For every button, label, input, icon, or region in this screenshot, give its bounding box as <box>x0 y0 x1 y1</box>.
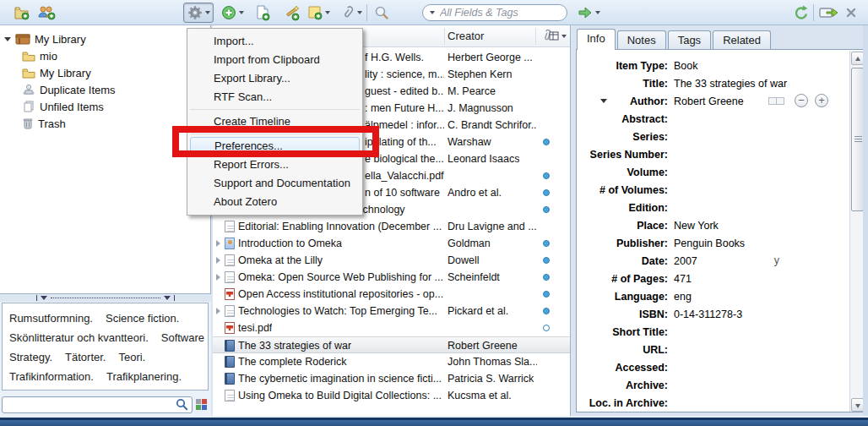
new-collection-folder-plus-icon <box>14 5 30 20</box>
menu-item-import[interactable]: Import... <box>188 32 361 51</box>
fullscreen-toggle-button[interactable] <box>819 3 839 23</box>
attachment-dot-icon <box>543 291 550 298</box>
attachment-open-dot-icon <box>543 325 550 331</box>
tag-selector-options-icon[interactable] <box>196 399 207 410</box>
menu-item-report-errors[interactable]: Report Errors... <box>188 156 361 174</box>
search-input[interactable] <box>440 7 541 19</box>
item-row[interactable]: The cybernetic imagination in science fi… <box>213 370 570 387</box>
tag[interactable]: Trafikplanering. <box>106 367 182 386</box>
tag[interactable]: Teori. <box>118 347 145 367</box>
expander-icon[interactable] <box>216 240 220 247</box>
tag[interactable]: Science fiction. <box>106 309 179 328</box>
tag[interactable]: Trafikstyrning. <box>107 386 176 390</box>
locate-button[interactable] <box>578 3 600 23</box>
attachment-dot-icon <box>543 189 550 196</box>
item-row[interactable]: Open Access institutional repositories -… <box>213 286 570 303</box>
tab-info[interactable]: Info <box>577 29 616 50</box>
scroll-up-button[interactable] <box>851 52 864 65</box>
new-collection-button[interactable] <box>14 3 30 23</box>
add-author-button[interactable] <box>815 94 828 107</box>
item-row[interactable]: Technologies to Watch: Top Emerging Te..… <box>213 303 570 320</box>
add-attachment-button[interactable] <box>339 3 362 23</box>
tab-related[interactable]: Related <box>713 30 771 50</box>
expander-icon[interactable] <box>216 308 220 314</box>
item-creator: Pickard et al. <box>448 305 508 317</box>
item-row[interactable]: tesi.pdf <box>213 320 570 336</box>
collapse-arrow-icon[interactable] <box>41 296 47 300</box>
item-title: f H.G. Wells. <box>365 52 424 63</box>
field-author: Author: Robert Greene <box>578 92 840 110</box>
author-twisty-icon[interactable] <box>600 99 607 103</box>
chevron-down-icon <box>205 11 210 14</box>
field-value[interactable]: 471 <box>674 273 692 285</box>
tag[interactable]: Trafikstockningar. <box>9 386 95 390</box>
item-row[interactable]: The complete RoderickJohn Thomas Sla... <box>213 353 570 370</box>
item-row[interactable]: Using Omeka to Build Digital Collections… <box>213 387 570 404</box>
twisty-expanded-icon[interactable] <box>4 37 11 41</box>
gear-menu-button[interactable] <box>183 3 214 23</box>
collection-my-library[interactable]: My Library <box>0 64 210 81</box>
field-value[interactable]: Penguin Books <box>674 238 745 249</box>
item-row[interactable]: Introduction to OmekaGoldman <box>213 235 570 252</box>
close-button[interactable] <box>845 3 857 23</box>
menu-item-support-and-documentation[interactable]: Support and Documentation <box>188 174 361 193</box>
paperclip-icon <box>339 5 355 20</box>
column-divider[interactable] <box>535 28 536 45</box>
new-item-from-page-button[interactable] <box>255 3 270 23</box>
collapse-arrow-icon[interactable] <box>164 296 171 300</box>
item-row[interactable]: Omeka at the LillyDowell <box>213 252 570 269</box>
column-divider[interactable] <box>444 28 445 45</box>
field-value[interactable]: The 33 strategies of war <box>674 78 787 90</box>
field-value[interactable]: New York <box>674 220 719 232</box>
field-label[interactable]: Author: <box>578 96 668 107</box>
tag-selector-splitter[interactable] <box>0 294 211 302</box>
tab-tags[interactable]: Tags <box>668 30 711 50</box>
field-value[interactable]: Robert Greene <box>674 96 744 107</box>
collection-mio[interactable]: mio <box>0 47 210 64</box>
quick-search-box[interactable] <box>422 4 567 21</box>
tag[interactable]: Software <box>161 328 204 347</box>
item-title: Editorial: Enabling Innovation (December… <box>238 221 442 232</box>
collection-unfiled-items[interactable]: Unfiled Items <box>0 98 210 115</box>
column-picker-button[interactable] <box>547 28 567 45</box>
details-scrollbar[interactable] <box>849 51 864 412</box>
menu-item-about-zotero[interactable]: About Zotero <box>188 193 361 211</box>
new-note-button[interactable] <box>307 3 330 23</box>
expander-icon[interactable] <box>216 257 220 264</box>
tag-filter-box[interactable] <box>2 396 193 413</box>
tag[interactable]: Skönlitteratur och kvantteori. <box>9 328 149 347</box>
tag[interactable]: Rumsutformning. <box>9 309 93 328</box>
pdf-icon <box>225 322 235 334</box>
scrollbar-thumb[interactable] <box>851 68 864 211</box>
add-by-identifier-button[interactable] <box>284 3 301 23</box>
tag[interactable]: Strategy. <box>9 347 52 367</box>
remove-author-button[interactable] <box>795 94 808 107</box>
collection-duplicate-items[interactable]: Duplicate Items <box>0 81 210 98</box>
scroll-down-button[interactable] <box>851 398 864 412</box>
tag[interactable]: Trafikinformation. <box>9 367 94 386</box>
new-item-button[interactable] <box>221 3 244 23</box>
field-value[interactable]: 2007 <box>674 255 697 267</box>
item-row[interactable]: Editorial: Enabling Innovation (December… <box>213 218 570 235</box>
field-value[interactable]: eng <box>674 291 692 303</box>
sync-button[interactable] <box>792 3 809 23</box>
field-value[interactable]: Book <box>674 60 698 72</box>
field-value[interactable]: 0-14-311278-3 <box>674 309 742 320</box>
tag[interactable]: Tätorter. <box>65 347 106 367</box>
menu-item-rtf-scan[interactable]: RTF Scan... <box>188 88 361 106</box>
switch-field-mode-icon[interactable] <box>768 97 784 105</box>
pdf-icon <box>225 288 235 300</box>
item-row-selected[interactable]: The 33 strategies of warRobert Greene <box>213 336 570 353</box>
tag-filter-input[interactable] <box>6 399 176 411</box>
advanced-search-button[interactable] <box>374 3 389 23</box>
collection-my-library-root[interactable]: My Library <box>0 30 210 47</box>
new-group-button[interactable] <box>37 3 56 23</box>
column-header-creator[interactable]: Creator <box>448 30 484 42</box>
expander-icon[interactable] <box>216 274 220 281</box>
menu-item-export-library[interactable]: Export Library... <box>188 69 361 88</box>
collection-label: mio <box>40 50 57 63</box>
tab-notes[interactable]: Notes <box>617 30 666 50</box>
menu-item-import-from-clipboard[interactable]: Import from Clipboard <box>188 51 361 69</box>
item-creator: Dowell <box>448 254 480 266</box>
item-row[interactable]: Omeka: Open Source Web Publishing for ..… <box>213 269 570 286</box>
